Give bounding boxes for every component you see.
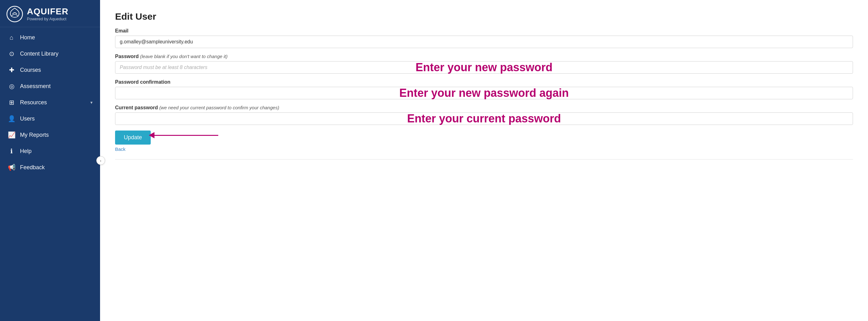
home-icon: ⌂ [7,34,16,41]
current-password-input-wrapper: Enter your current password [115,112,853,125]
assessment-icon: ◎ [7,82,16,90]
courses-icon: ✚ [7,66,16,74]
password-group: Password (leave blank if you don't want … [115,54,853,74]
sidebar-item-my-reports[interactable]: 📈 My Reports [0,127,100,143]
page-title: Edit User [115,11,853,22]
logo-subtitle: Powered by Aqueduct [27,16,68,21]
password-input-wrapper: Enter your new password [115,61,853,74]
svg-point-0 [7,6,23,22]
sidebar-collapse-toggle[interactable]: ‹ [96,156,105,165]
button-row: Update Back [115,131,853,152]
email-input[interactable] [115,36,853,48]
sidebar-nav: ⌂ Home ⊙ Content Library ✚ Courses ◎ Ass… [0,27,100,321]
chevron-down-icon: ▾ [90,100,93,105]
reports-icon: 📈 [7,131,16,139]
sidebar-label-help: Help [20,148,93,154]
sidebar-label-feedback: Feedback [20,164,93,171]
password-confirm-input-wrapper: Enter your new password again [115,87,853,99]
sidebar-item-resources[interactable]: ⊞ Resources ▾ [0,94,100,111]
update-button[interactable]: Update [115,131,151,145]
current-password-note: (we need your current password to confir… [159,105,279,110]
content-divider [115,159,853,159]
sidebar: AQUIFER Powered by Aqueduct ⌂ Home ⊙ Con… [0,0,100,321]
sidebar-label-content-library: Content Library [20,50,93,57]
password-confirm-group: Password confirmation Enter your new pas… [115,79,853,99]
password-note: (leave blank if you don't want to change… [140,54,228,59]
logo-text: AQUIFER Powered by Aqueduct [27,7,68,21]
password-label: Password (leave blank if you don't want … [115,54,853,59]
sidebar-label-home: Home [20,34,93,41]
feedback-icon: 📢 [7,164,16,171]
logo-title: AQUIFER [27,7,68,16]
sidebar-item-home[interactable]: ⌂ Home [0,30,100,45]
main-content: Edit User Email Password (leave blank if… [100,0,868,321]
sidebar-label-resources: Resources [20,99,86,106]
current-password-input[interactable] [115,112,853,125]
sidebar-item-courses[interactable]: ✚ Courses [0,62,100,78]
password-confirm-label: Password confirmation [115,79,853,85]
current-password-group: Current password (we need your current p… [115,105,853,125]
sidebar-item-users[interactable]: 👤 Users [0,111,100,127]
arrow-line [150,135,218,136]
password-confirm-input[interactable] [115,87,853,99]
sidebar-label-my-reports: My Reports [20,132,93,138]
sidebar-logo: AQUIFER Powered by Aqueduct [0,0,100,27]
password-input[interactable] [115,61,853,74]
sidebar-label-assessment: Assessment [20,83,93,90]
aquifer-logo-icon [6,6,23,23]
search-icon: ⊙ [7,50,16,58]
sidebar-label-users: Users [20,115,93,122]
users-icon: 👤 [7,115,16,122]
resources-icon: ⊞ [7,99,16,106]
email-group: Email [115,28,853,48]
sidebar-item-help[interactable]: ℹ Help [0,143,100,159]
email-label: Email [115,28,853,34]
sidebar-item-content-library[interactable]: ⊙ Content Library [0,45,100,62]
sidebar-label-courses: Courses [20,67,93,73]
back-link[interactable]: Back [115,146,853,152]
sidebar-item-feedback[interactable]: 📢 Feedback [0,159,100,176]
help-icon: ℹ [7,147,16,155]
chevron-left-icon: ‹ [100,158,101,163]
sidebar-item-assessment[interactable]: ◎ Assessment [0,78,100,94]
current-password-label: Current password (we need your current p… [115,105,853,111]
arrow-annotation [150,135,218,136]
